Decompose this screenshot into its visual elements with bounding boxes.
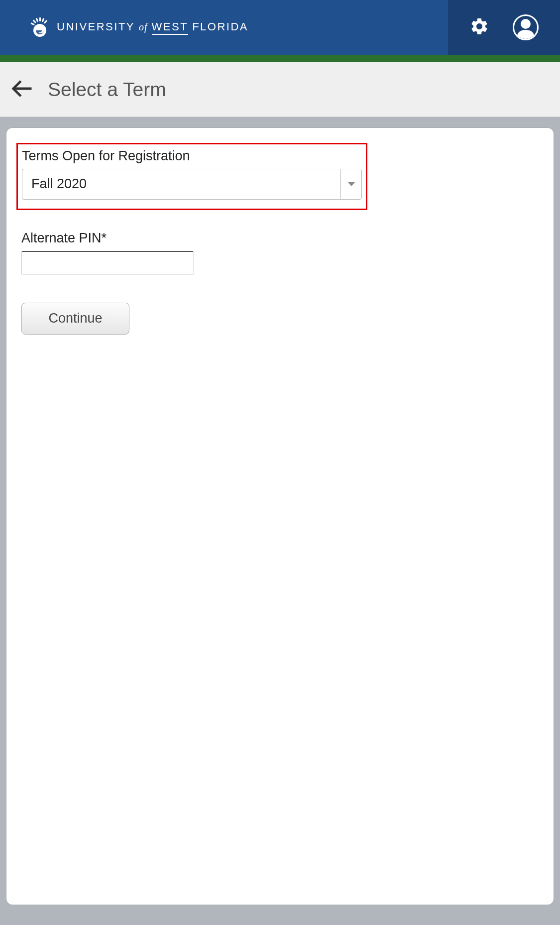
page-title-bar: Select a Term bbox=[0, 62, 560, 117]
pin-section: Alternate PIN* bbox=[21, 230, 544, 275]
terms-dropdown-toggle[interactable] bbox=[340, 169, 361, 199]
svg-rect-2 bbox=[44, 20, 48, 24]
settings-button[interactable] bbox=[469, 16, 489, 38]
back-button[interactable] bbox=[9, 76, 35, 104]
header-left: UNIVERSITY of WEST FLORIDA bbox=[0, 0, 448, 55]
person-icon bbox=[516, 17, 536, 39]
nautilus-icon bbox=[30, 17, 50, 37]
pin-input[interactable] bbox=[21, 251, 194, 275]
pin-input-wrap bbox=[21, 251, 194, 275]
form-card: Terms Open for Registration Fall 2020 Al… bbox=[6, 128, 554, 905]
svg-rect-1 bbox=[42, 18, 45, 22]
header-right bbox=[448, 0, 560, 55]
accent-bar bbox=[0, 55, 560, 62]
terms-highlight-box: Terms Open for Registration Fall 2020 bbox=[16, 143, 367, 210]
page-title: Select a Term bbox=[48, 79, 166, 101]
terms-dropdown[interactable]: Fall 2020 bbox=[22, 169, 362, 200]
svg-rect-5 bbox=[30, 22, 35, 25]
app-header: UNIVERSITY of WEST FLORIDA bbox=[0, 0, 560, 55]
chevron-down-icon bbox=[348, 182, 355, 186]
brand-word-florida: FLORIDA bbox=[192, 20, 248, 33]
terms-label: Terms Open for Registration bbox=[22, 148, 362, 165]
pin-label: Alternate PIN* bbox=[21, 230, 544, 247]
svg-rect-4 bbox=[32, 19, 36, 23]
svg-point-7 bbox=[521, 19, 531, 29]
content-area: Terms Open for Registration Fall 2020 Al… bbox=[0, 117, 560, 916]
svg-rect-3 bbox=[36, 18, 39, 22]
continue-button[interactable]: Continue bbox=[21, 303, 129, 335]
profile-button[interactable] bbox=[513, 14, 539, 40]
svg-rect-0 bbox=[39, 17, 41, 21]
brand-word-university: UNIVERSITY bbox=[57, 20, 135, 33]
terms-dropdown-value: Fall 2020 bbox=[22, 169, 340, 199]
gear-icon bbox=[469, 16, 489, 36]
brand-word-west: WEST bbox=[152, 20, 189, 35]
brand-logo[interactable]: UNIVERSITY of WEST FLORIDA bbox=[30, 17, 248, 37]
brand-word-of: of bbox=[139, 21, 148, 33]
back-arrow-icon bbox=[9, 76, 35, 102]
brand-text: UNIVERSITY of WEST FLORIDA bbox=[57, 20, 248, 35]
